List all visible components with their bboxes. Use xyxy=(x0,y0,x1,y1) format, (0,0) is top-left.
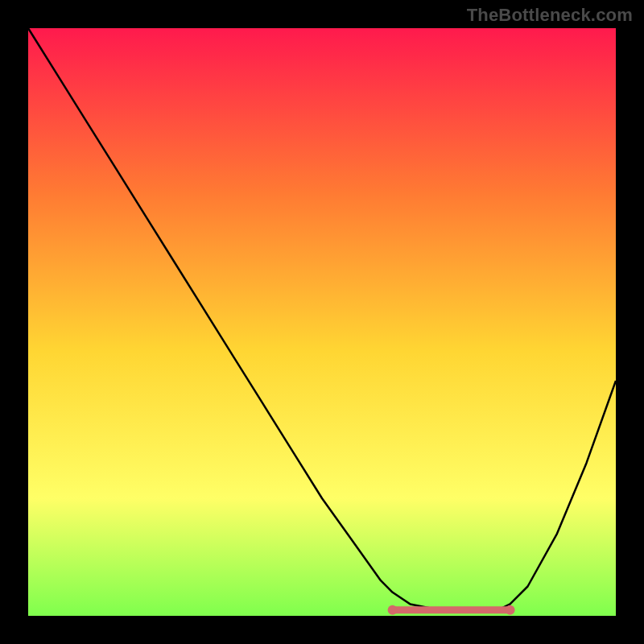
plot-background xyxy=(28,28,616,616)
chart-stage: TheBottleneck.com xyxy=(0,0,644,644)
bottleneck-chart xyxy=(0,0,644,644)
watermark-text: TheBottleneck.com xyxy=(467,5,633,26)
optimal-range-start-dot xyxy=(388,605,398,615)
optimal-range-end-dot xyxy=(506,605,515,615)
